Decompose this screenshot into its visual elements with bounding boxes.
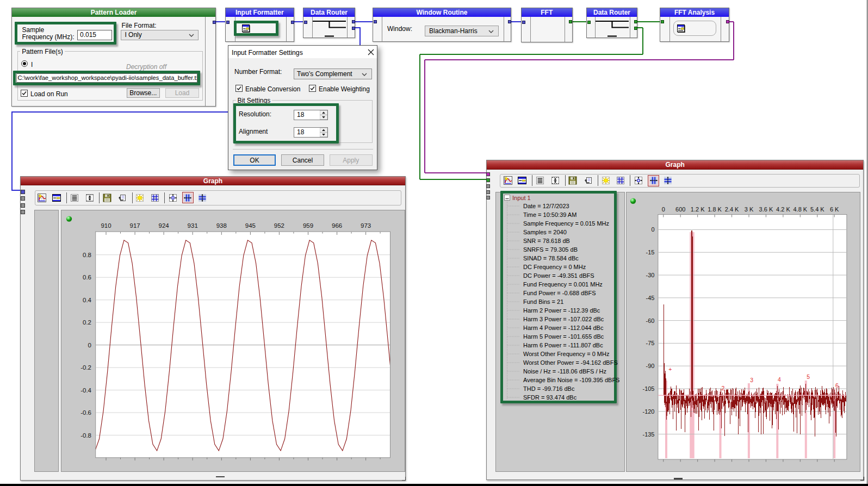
svg-text:-105: -105	[642, 385, 654, 392]
svg-text:917: 917	[130, 222, 140, 229]
svg-text:-60: -60	[646, 317, 654, 324]
svg-text:-45: -45	[646, 295, 654, 301]
svg-text:0: 0	[88, 342, 91, 348]
svg-text:910: 910	[101, 222, 111, 229]
svg-text:959: 959	[303, 222, 313, 229]
svg-text:-30: -30	[646, 272, 654, 278]
svg-text:952: 952	[274, 222, 284, 229]
svg-text:924: 924	[159, 222, 170, 229]
svg-text:0.6: 0.6	[83, 275, 91, 281]
svg-text:1.8 K: 1.8 K	[708, 206, 722, 213]
svg-text:600: 600	[675, 206, 685, 213]
svg-text:931: 931	[188, 222, 198, 229]
svg-text:4.8 K: 4.8 K	[793, 206, 807, 213]
svg-text:4: 4	[778, 376, 781, 383]
svg-text:-0.6: -0.6	[80, 409, 91, 416]
svg-text:-75: -75	[646, 340, 654, 346]
svg-text:-90: -90	[646, 363, 654, 369]
svg-text:2.4 K: 2.4 K	[724, 206, 739, 213]
svg-text:-0.2: -0.2	[80, 364, 91, 371]
svg-text:2: 2	[721, 385, 724, 391]
svg-text:3.6 K: 3.6 K	[759, 206, 773, 213]
svg-text:0.2: 0.2	[83, 319, 91, 326]
svg-text:966: 966	[332, 222, 342, 229]
svg-text:1.2 K: 1.2 K	[690, 206, 704, 213]
svg-text:945: 945	[245, 222, 256, 229]
svg-text:4.2 K: 4.2 K	[776, 206, 790, 213]
svg-text:938: 938	[216, 222, 227, 229]
svg-text:3 K: 3 K	[744, 206, 753, 213]
svg-text:+: +	[668, 366, 672, 372]
svg-text:5.4 K: 5.4 K	[810, 206, 824, 213]
svg-text:3: 3	[750, 377, 753, 383]
svg-text:-0.4: -0.4	[80, 387, 91, 394]
svg-text:6: 6	[835, 382, 838, 389]
svg-text:0.8: 0.8	[83, 252, 91, 258]
svg-text:-15: -15	[646, 249, 654, 256]
svg-text:0: 0	[651, 226, 654, 233]
svg-text:973: 973	[361, 222, 371, 229]
svg-text:6 K: 6 K	[829, 206, 839, 213]
svg-text:-135: -135	[642, 431, 654, 438]
svg-text:0: 0	[661, 206, 665, 213]
svg-text:5: 5	[807, 373, 810, 380]
svg-text:-120: -120	[642, 408, 654, 415]
svg-text:0.4: 0.4	[83, 297, 92, 303]
svg-text:-0.8: -0.8	[80, 432, 91, 439]
